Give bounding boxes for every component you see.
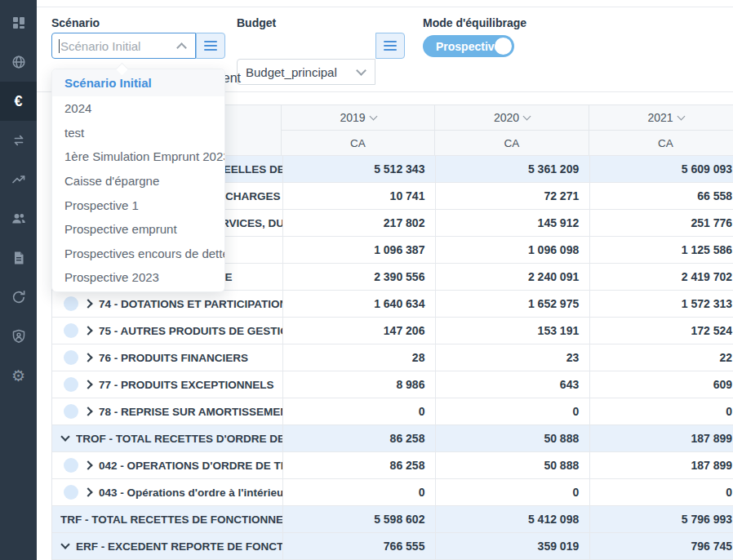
- chevron-down-icon: [523, 113, 531, 121]
- sidebar-item-users[interactable]: [0, 199, 37, 238]
- cell-value: 5 796 993: [589, 506, 733, 532]
- row-indicator-circle[interactable]: [64, 323, 78, 338]
- cell-value: 217 802: [282, 210, 436, 236]
- cell-value: 1 125 586: [589, 237, 733, 263]
- expand-chevron-icon[interactable]: [83, 353, 92, 362]
- scenario-option[interactable]: Prospective 1: [52, 193, 224, 217]
- row-label-cell: 78 - REPRISE SUR AMORTISSEMENT...: [52, 398, 282, 424]
- collapse-chevron-icon[interactable]: [60, 432, 69, 441]
- cell-value: 86 258: [282, 425, 436, 451]
- row-label-cell: 043 - Opérations d'ordre à l'intérieur .…: [52, 479, 282, 505]
- document-icon: [11, 250, 27, 266]
- cell-value: 86 258: [282, 452, 436, 478]
- sidebar-item-globe[interactable]: [0, 42, 37, 82]
- text-caret: [59, 39, 60, 53]
- euro-icon: €: [14, 93, 22, 110]
- ca-sub-header: CA: [589, 130, 733, 155]
- scenario-select-value: Scénario Initial: [60, 39, 140, 53]
- expand-chevron-icon[interactable]: [83, 326, 92, 335]
- sidebar: €: [0, 0, 37, 560]
- mode-toggle[interactable]: Prospective: [423, 35, 514, 57]
- scenario-option[interactable]: Scénario Initial: [52, 69, 224, 96]
- expand-chevron-icon[interactable]: [83, 487, 92, 496]
- budget-select[interactable]: Budget_principal: [237, 59, 375, 85]
- row-indicator-circle[interactable]: [64, 404, 78, 419]
- expand-chevron-icon[interactable]: [83, 460, 92, 469]
- row-label[interactable]: 78 - REPRISE SUR AMORTISSEMENT...: [99, 406, 282, 418]
- chevron-down-icon: [356, 65, 366, 76]
- cell-value: 766 555: [282, 533, 436, 559]
- scenario-option[interactable]: Prospective emprunt: [52, 217, 224, 242]
- table-row: 75 - AUTRES PRODUITS DE GESTION...147 20…: [52, 317, 733, 344]
- scenario-option[interactable]: Prospective 2023: [52, 265, 224, 290]
- cell-value: 0: [435, 398, 589, 424]
- ca-sub-header: CA: [435, 130, 589, 155]
- sidebar-item-trends[interactable]: [0, 160, 37, 199]
- sidebar-item-finance[interactable]: €: [0, 82, 37, 121]
- row-label[interactable]: 042 - OPERATIONS D'ORDRE DE TRA...: [99, 460, 282, 472]
- cell-value: 1 652 975: [435, 291, 589, 317]
- cell-value: 359 019: [435, 533, 589, 559]
- table-row: 042 - OPERATIONS D'ORDRE DE TRA...86 258…: [52, 451, 733, 478]
- row-indicator-circle[interactable]: [64, 458, 78, 473]
- cell-value: 72 271: [435, 183, 589, 209]
- year-column-header[interactable]: 2021: [589, 105, 733, 130]
- mode-label: Mode d'équilibrage: [423, 16, 526, 29]
- row-label-cell: TROF - TOTAL RECETTES D'ORDRE DE F...: [52, 425, 282, 451]
- exchange-icon: [11, 132, 27, 149]
- chevron-down-icon: [369, 113, 377, 121]
- cell-value: 5 609 093: [589, 156, 733, 182]
- year-label: 2021: [647, 111, 673, 124]
- sidebar-item-documents[interactable]: [0, 238, 37, 278]
- cell-value: 23: [435, 344, 589, 371]
- main-content: Scénario Budget Mode d'équilibrage Scéna…: [37, 0, 733, 560]
- row-label-cell: ERF - EXCEDENT REPORTE DE FONCTIO...: [52, 533, 282, 559]
- row-indicator-circle[interactable]: [64, 485, 78, 500]
- cell-value: 609: [589, 371, 733, 398]
- year-column-header[interactable]: 2019: [282, 105, 435, 130]
- row-label[interactable]: 043 - Opérations d'ordre à l'intérieur .…: [99, 487, 282, 499]
- table-row: TROF - TOTAL RECETTES D'ORDRE DE F...86 …: [52, 424, 733, 451]
- cell-value: 5 512 343: [282, 156, 436, 182]
- scenario-option[interactable]: 2024: [52, 96, 224, 121]
- expand-chevron-icon[interactable]: [83, 299, 92, 308]
- row-indicator-circle[interactable]: [64, 296, 78, 311]
- scenario-option[interactable]: Prospectives encours de dette: [52, 242, 224, 266]
- row-label[interactable]: 75 - AUTRES PRODUITS DE GESTION...: [99, 325, 282, 337]
- cell-value: 172 524: [589, 318, 733, 344]
- expand-chevron-icon[interactable]: [83, 407, 92, 416]
- row-label[interactable]: ERF - EXCEDENT REPORTE DE FONCTIO...: [76, 540, 282, 553]
- sidebar-item-settings[interactable]: ⚙: [0, 356, 37, 395]
- row-label[interactable]: 77 - PRODUITS EXCEPTIONNELS: [99, 379, 274, 391]
- scenario-option[interactable]: Caisse d'épargne: [52, 169, 224, 193]
- year-column-header[interactable]: 2020: [435, 105, 589, 130]
- chevron-down-icon: [677, 113, 685, 121]
- sync-icon: [11, 289, 27, 305]
- budget-menu-button[interactable]: [375, 33, 405, 59]
- scenario-select[interactable]: Scénario Initial: [51, 33, 196, 59]
- cell-value: 796 745: [589, 533, 733, 559]
- sidebar-item-sync[interactable]: [0, 278, 37, 317]
- row-label[interactable]: TRF - TOTAL RECETTES DE FONCTIONNEM...: [60, 513, 282, 526]
- cell-value: 66 558: [589, 183, 733, 209]
- year-label: 2019: [340, 111, 365, 124]
- collapse-chevron-icon[interactable]: [60, 540, 69, 549]
- row-indicator-circle[interactable]: [64, 350, 78, 365]
- dashboard-icon: [11, 15, 27, 31]
- scenario-dropdown-list: Scénario Initial2024test1ère Simulation …: [52, 69, 224, 290]
- scenario-option[interactable]: 1ère Simulation Emprunt 2023: [52, 144, 224, 169]
- user-shield-icon: [11, 328, 27, 344]
- sidebar-item-admin[interactable]: [0, 317, 37, 356]
- sidebar-item-exchange[interactable]: [0, 121, 37, 160]
- scenario-option[interactable]: test: [52, 121, 224, 145]
- sidebar-item-dashboard[interactable]: [0, 3, 37, 42]
- expand-chevron-icon[interactable]: [83, 380, 92, 389]
- cell-value: 1 572 313: [589, 291, 733, 317]
- row-label[interactable]: TROF - TOTAL RECETTES D'ORDRE DE F...: [76, 433, 282, 445]
- cell-value: 50 888: [435, 425, 589, 451]
- row-label[interactable]: 76 - PRODUITS FINANCIERS: [99, 352, 248, 364]
- cell-value: 187 899: [589, 452, 733, 478]
- row-indicator-circle[interactable]: [64, 377, 78, 392]
- row-label[interactable]: 74 - DOTATIONS ET PARTICIPATIONS: [99, 298, 282, 310]
- scenario-menu-button[interactable]: [196, 33, 225, 59]
